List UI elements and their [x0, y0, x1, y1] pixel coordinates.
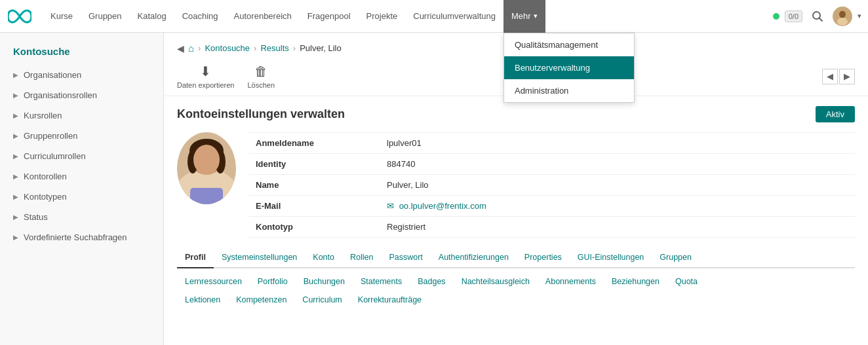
tab-korrekturauftraege[interactable]: Korrekturaufträge: [350, 291, 429, 308]
arrow-icon: ▶: [13, 234, 20, 241]
home-icon[interactable]: ⌂: [188, 43, 194, 54]
avatar[interactable]: [833, 7, 852, 26]
sidebar-label: Curriculumrollen: [24, 151, 86, 161]
dropdown-benutzer[interactable]: Benutzerverwaltung: [504, 56, 634, 79]
profile-photo: [177, 132, 236, 204]
tab-authentifizierungen[interactable]: Authentifizierungen: [431, 247, 517, 267]
tab-systemeinstellungen[interactable]: Systemeinstellungen: [214, 247, 305, 267]
tab-konto[interactable]: Konto: [305, 247, 342, 267]
profile-area: Anmeldename lpulver01 Identity 884740 Na…: [177, 132, 855, 238]
dropdown-administration[interactable]: Administration: [504, 79, 634, 102]
nav-coaching[interactable]: Coaching: [174, 0, 226, 33]
tab-lernressourcen[interactable]: Lernressourcen: [177, 273, 250, 290]
tab-statements[interactable]: Statements: [353, 273, 410, 290]
email-icon: ✉: [387, 201, 394, 211]
tab-abonnements[interactable]: Abonnements: [538, 273, 604, 290]
arrow-icon: ▶: [13, 153, 20, 160]
logo[interactable]: [7, 7, 33, 26]
breadcrumb-back-button[interactable]: ◀: [177, 43, 184, 54]
field-label: Kontotyp: [249, 217, 380, 237]
sidebar-label: Kursrollen: [24, 111, 62, 120]
tab-nachteilsausgleich[interactable]: Nachteilsausgleich: [454, 273, 538, 290]
prev-button[interactable]: ◀: [822, 69, 838, 84]
user-menu-arrow[interactable]: ▾: [858, 12, 861, 20]
tab-profil[interactable]: Profil: [177, 247, 214, 268]
export-label: Daten exportieren: [177, 81, 234, 89]
export-button[interactable]: ⬇ Daten exportieren: [177, 64, 234, 89]
arrow-icon: ▶: [13, 71, 20, 79]
nav-projekte[interactable]: Projekte: [359, 0, 406, 33]
sidebar-item-organisationsrollen[interactable]: ▶ Organisationsrollen: [0, 85, 163, 105]
tab-gruppen[interactable]: Gruppen: [652, 247, 700, 267]
sidebar-title: Kontosuche: [0, 43, 163, 65]
tab-rollen[interactable]: Rollen: [342, 247, 381, 267]
sidebar-item-organisationen[interactable]: ▶ Organisationen: [0, 65, 163, 85]
tab-properties[interactable]: Properties: [517, 247, 570, 267]
tab-badges[interactable]: Badges: [410, 273, 453, 290]
breadcrumb-results[interactable]: Results: [260, 43, 288, 53]
field-row-anmeldename: Anmeldename lpulver01: [249, 132, 855, 154]
sidebar-item-kursrollen[interactable]: ▶ Kursrollen: [0, 105, 163, 126]
nav-katalog[interactable]: Katalog: [130, 0, 174, 33]
field-row-name: Name Pulver, Lilo: [249, 175, 855, 196]
nav-fragenpool[interactable]: Fragenpool: [300, 0, 359, 33]
svg-line-1: [819, 18, 823, 21]
nav-kurse[interactable]: Kurse: [43, 0, 81, 33]
nav-mehr[interactable]: Mehr ▾: [503, 0, 545, 33]
arrow-icon: ▶: [13, 173, 20, 180]
sidebar-item-status[interactable]: ▶ Status: [0, 207, 163, 227]
sidebar-item-gruppenrollen[interactable]: ▶ Gruppenrollen: [0, 126, 163, 146]
tabs-row-3: Lektionen Kompetenzen Curriculum Korrekt…: [177, 290, 855, 308]
online-indicator: [773, 13, 779, 20]
breadcrumb-kontosuche[interactable]: Kontosuche: [205, 43, 250, 53]
tab-kompetenzen[interactable]: Kompetenzen: [228, 291, 294, 308]
sidebar-label: Status: [24, 212, 48, 222]
arrow-icon: ▶: [13, 213, 20, 221]
dropdown-qualitaet[interactable]: Qualitätsmanagement: [504, 33, 634, 56]
arrow-icon: ▶: [13, 193, 20, 200]
tab-lektionen[interactable]: Lektionen: [177, 291, 228, 308]
email-link[interactable]: oo.lpulver@frentix.com: [399, 201, 486, 211]
tab-passwort[interactable]: Passwort: [381, 247, 430, 267]
arrow-icon: ▶: [13, 112, 20, 119]
main-layout: Kontosuche ▶ Organisationen ▶ Organisati…: [0, 33, 868, 345]
pagination: ◀ ▶: [822, 69, 855, 84]
page-header: Kontoeinstellungen verwalten Aktiv: [177, 106, 855, 122]
sidebar-item-suchabfragen[interactable]: ▶ Vordefinierte Suchabfragen: [0, 227, 163, 247]
sidebar-label: Vordefinierte Suchabfragen: [24, 232, 127, 242]
field-label: Name: [249, 175, 380, 195]
sidebar-label: Organisationsrollen: [24, 90, 97, 100]
email-value: ✉ oo.lpulver@frentix.com: [380, 196, 855, 216]
nav-gruppen[interactable]: Gruppen: [81, 0, 130, 33]
delete-button[interactable]: 🗑 Löschen: [247, 64, 275, 89]
tab-portfolio[interactable]: Portfolio: [250, 273, 296, 290]
field-row-email: E-Mail ✉ oo.lpulver@frentix.com: [249, 196, 855, 217]
mehr-dropdown: Qualitätsmanagement Benutzerverwaltung A…: [503, 33, 635, 103]
arrow-icon: ▶: [13, 92, 20, 99]
sidebar-item-kontotypen[interactable]: ▶ Kontotypen: [0, 187, 163, 207]
page-title: Kontoeinstellungen verwalten: [177, 107, 345, 121]
sidebar-label: Kontotypen: [24, 192, 67, 202]
nav-curriculumverwaltung[interactable]: Curriculumverwaltung: [405, 0, 503, 33]
field-label: Identity: [249, 154, 380, 174]
delete-label: Löschen: [247, 81, 275, 89]
field-row-identity: Identity 884740: [249, 154, 855, 175]
field-label: Anmeldename: [249, 133, 380, 153]
next-button[interactable]: ▶: [839, 69, 855, 84]
arrow-icon: ▶: [13, 132, 20, 139]
delete-icon: 🗑: [254, 64, 267, 79]
aktiv-badge: Aktiv: [816, 106, 855, 122]
sidebar-item-kontorollen[interactable]: ▶ Kontorollen: [0, 166, 163, 187]
nav-autorenbereich[interactable]: Autorenbereich: [226, 0, 300, 33]
tab-buchungen[interactable]: Buchungen: [296, 273, 353, 290]
breadcrumb-current: Pulver, Lilo: [300, 43, 342, 53]
tab-gui-einstellungen[interactable]: GUI-Einstellungen: [570, 247, 652, 267]
sidebar-item-curriculumrollen[interactable]: ▶ Curriculumrollen: [0, 146, 163, 166]
tab-quota[interactable]: Quota: [667, 273, 705, 290]
search-button[interactable]: [808, 7, 827, 26]
tabs-row-2: Lernressourcen Portfolio Buchungen State…: [177, 272, 855, 290]
mehr-wrapper: Mehr ▾ Qualitätsmanagement Benutzerverwa…: [503, 0, 545, 33]
field-row-kontotyp: Kontotyp Registriert: [249, 217, 855, 238]
tab-beziehungen[interactable]: Beziehungen: [604, 273, 667, 290]
tab-curriculum[interactable]: Curriculum: [294, 291, 349, 308]
